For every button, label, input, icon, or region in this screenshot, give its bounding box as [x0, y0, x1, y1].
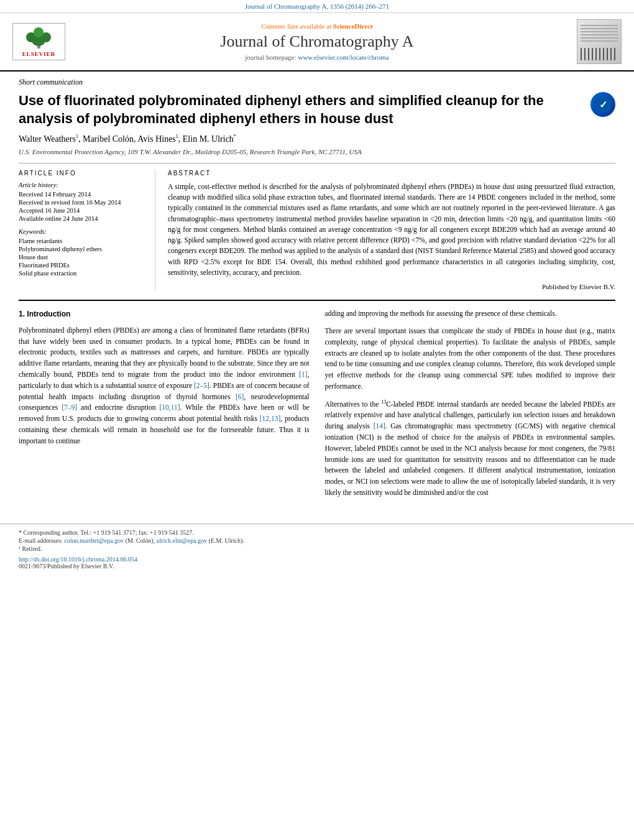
- keyword-2: Polybrominated diphenyl ethers: [19, 246, 145, 252]
- history-label: Article history:: [19, 182, 145, 188]
- journal-citation: Journal of Chromatography A, 1356 (2014)…: [245, 2, 390, 10]
- article-info: ARTICLE INFO Article history: Received 1…: [19, 170, 155, 290]
- intro-heading: 1. Introduction: [19, 308, 310, 320]
- accepted-date: Accepted 16 June 2014: [19, 207, 145, 214]
- published-by: Published by Elsevier B.V.: [168, 283, 615, 290]
- email1-name: (M. Colón),: [126, 537, 155, 544]
- received-date: Received 14 February 2014: [19, 191, 145, 198]
- sciencedirect-link[interactable]: ScienceDirect: [333, 22, 373, 30]
- abstract-text: A simple, cost-effective method is descr…: [168, 182, 615, 278]
- page-footer: * Corresponding author. Tel.: +1 919 541…: [0, 524, 634, 576]
- email2-link[interactable]: ulrich.elin@epa.gov: [157, 537, 207, 544]
- body-col-right: adding and improving the methods for ass…: [325, 308, 616, 505]
- title-area: Use of fluorinated polybrominated diphen…: [19, 92, 615, 127]
- elsevier-text: ELSEVIER: [22, 51, 56, 57]
- svg-point-4: [34, 27, 44, 37]
- email1-link[interactable]: colon.maribel@epa.gov: [64, 537, 124, 544]
- keyword-3: House dust: [19, 254, 145, 261]
- footnote-retired: ¹ Retired.: [19, 545, 615, 552]
- available-date: Available online 24 June 2014: [19, 215, 145, 222]
- keyword-5: Solid phase extraction: [19, 270, 145, 277]
- keywords-label: Keywords:: [19, 228, 145, 235]
- journal-title: Journal of Chromatography A: [68, 32, 566, 51]
- keyword-1: Flame retardants: [19, 238, 145, 244]
- authors-line: Walter Weathers1, Maribel Colón, Avis Hi…: [19, 134, 615, 144]
- body-section: 1. Introduction Polybrominated diphenyl …: [19, 308, 615, 505]
- elsevier-logo: ELSEVIER: [12, 23, 65, 60]
- elsevier-tree-svg: [22, 26, 56, 50]
- intro-para-1: Polybrominated diphenyl ethers (PBDEs) a…: [19, 325, 310, 447]
- sciencedirect-line: Contents lists available at ScienceDirec…: [68, 22, 566, 30]
- journal-thumbnail: [577, 19, 622, 64]
- section-type: Short communication: [19, 78, 615, 87]
- right-para-2: There are several important issues that …: [325, 326, 616, 392]
- homepage-line: journal homepage: www.elsevier.com/locat…: [68, 53, 566, 61]
- received-revised-date: Received in revised form 16 May 2014: [19, 199, 145, 206]
- doi-line: http://dx.doi.org/10.1016/j.chroma.2014.…: [19, 556, 615, 563]
- main-content: Short communication Use of fluorinated p…: [0, 72, 634, 517]
- right-para-1: adding and improving the methods for ass…: [325, 308, 616, 320]
- crossmark-area: ✓: [590, 92, 615, 117]
- keyword-4: Fluorinated PBDEs: [19, 262, 145, 269]
- abstract-header: ABSTRACT: [168, 170, 615, 177]
- email-label: E-mail addresses:: [19, 537, 63, 544]
- doi-link[interactable]: http://dx.doi.org/10.1016/j.chroma.2014.…: [19, 556, 137, 563]
- info-abstract-section: ARTICLE INFO Article history: Received 1…: [19, 170, 615, 290]
- article-info-header: ARTICLE INFO: [19, 170, 145, 177]
- body-col-left: 1. Introduction Polybrominated diphenyl …: [19, 308, 310, 505]
- svg-text:✓: ✓: [599, 99, 607, 110]
- right-para-3: Alternatives to the 13C-labeled PBDE int…: [325, 399, 616, 499]
- email-line: E-mail addresses: colon.maribel@epa.gov …: [19, 537, 615, 544]
- affiliation: U.S. Environmental Protection Agency, 10…: [19, 148, 615, 155]
- header-divider: [19, 163, 615, 164]
- journal-thumbnail-area: [566, 19, 622, 64]
- body-divider: [19, 300, 615, 301]
- header-center: Contents lists available at ScienceDirec…: [68, 22, 566, 61]
- keywords-section: Keywords: Flame retardants Polybrominate…: [19, 228, 145, 277]
- crossmark-svg: ✓: [594, 95, 612, 114]
- top-bar: Journal of Chromatography A, 1356 (2014)…: [0, 0, 634, 13]
- corresponding-note: * Corresponding author. Tel.: +1 919 541…: [19, 529, 615, 536]
- homepage-link[interactable]: www.elsevier.com/locate/chroma: [298, 53, 389, 61]
- crossmark-icon: ✓: [590, 92, 615, 117]
- elsevier-logo-area: ELSEVIER: [12, 23, 68, 60]
- paper-title: Use of fluorinated polybrominated diphen…: [19, 92, 581, 127]
- page-header: ELSEVIER Contents lists available at Sci…: [0, 13, 634, 72]
- email2-name: (E.M. Ulrich).: [209, 537, 244, 544]
- issn-line: 0021-9673/Published by Elsevier B.V.: [19, 563, 615, 570]
- abstract-section: ABSTRACT A simple, cost-effective method…: [168, 170, 615, 290]
